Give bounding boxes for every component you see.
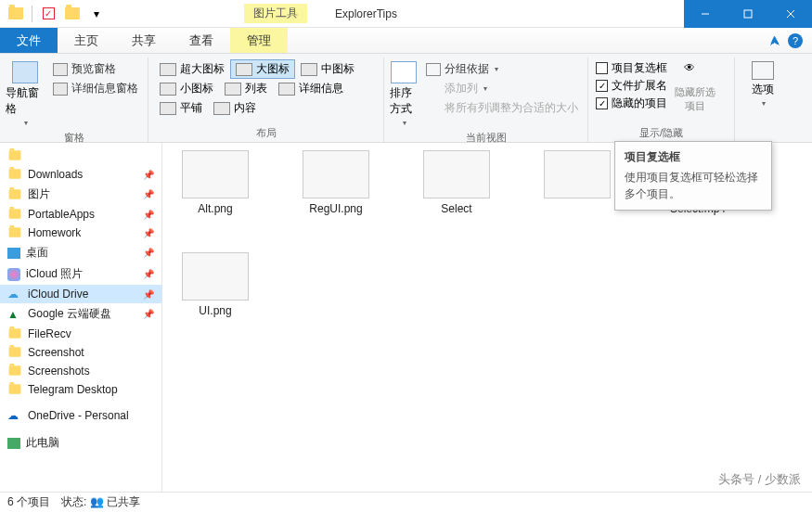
file-item[interactable]: RegUI.png (294, 150, 378, 215)
add-columns-button: 添加列▾ (422, 79, 582, 98)
layout-list[interactable]: 列表 (219, 79, 273, 98)
group-show-hide: 项目复选框 文件扩展名 隐藏的项目 👁 隐藏所选项目 显示/隐藏 (588, 58, 735, 142)
folder-icon (7, 208, 22, 221)
thumbnail (182, 150, 249, 198)
preview-pane-button[interactable]: 预览窗格 (49, 59, 142, 79)
options-button[interactable]: 选项 ▾ (741, 59, 785, 109)
group-panes: 导航窗格 ▾ 预览窗格 详细信息窗格 窗格 (0, 58, 148, 142)
nav-item[interactable]: iCloud 照片📌 (0, 263, 161, 285)
sort-label: 排序方式 (390, 85, 417, 117)
file-item[interactable]: Select (415, 150, 498, 215)
contextual-tab-label: 图片工具 (244, 4, 307, 23)
item-checkboxes-toggle[interactable]: 项目复选框 (594, 59, 669, 77)
qat-dropdown-icon[interactable]: ▾ (86, 4, 107, 24)
layout-content[interactable]: 内容 (208, 98, 262, 118)
tiles-icon (160, 102, 176, 115)
nav-item-this-pc[interactable]: 此电脑 (0, 432, 161, 454)
nav-item[interactable]: FileRecv (0, 325, 161, 343)
details-pane-label: 详细信息窗格 (71, 81, 138, 96)
extra-large-icon (160, 63, 176, 76)
tab-manage[interactable]: 管理 (230, 28, 288, 53)
size-columns-icon (426, 102, 441, 115)
maximize-button[interactable] (727, 0, 769, 28)
nav-item[interactable]: Homework📌 (0, 224, 161, 242)
layout-tiles[interactable]: 平铺 (154, 98, 208, 118)
folder-icon (7, 188, 22, 201)
icloud-drive-icon: ☁ (7, 288, 22, 301)
navigation-pane[interactable]: Downloads📌 图片📌 PortableApps📌 Homework📌 桌… (0, 143, 162, 492)
layout-large[interactable]: 大图标 (230, 59, 295, 79)
chevron-down-icon: ▾ (24, 119, 28, 127)
nav-item[interactable]: Screenshot (0, 343, 161, 362)
nav-pane-button[interactable]: 导航窗格 ▾ (6, 59, 44, 129)
file-item[interactable]: Alt.png (174, 150, 257, 215)
checkbox-icon (596, 80, 608, 92)
ribbon-minimize-icon[interactable]: ⮝ (769, 34, 780, 47)
nav-item[interactable]: Telegram Desktop (0, 380, 161, 399)
size-columns-button: 将所有列调整为合适的大小 (422, 98, 582, 118)
qat-checkbox-icon[interactable] (38, 4, 58, 24)
help-icon[interactable]: ? (788, 33, 803, 48)
layout-medium[interactable]: 中图标 (295, 59, 360, 79)
group-current-view: 排序方式 ▾ 分组依据▾ 添加列▾ 将所有列调整为合适的大小 当前视图 (384, 58, 588, 142)
nav-item[interactable] (0, 147, 161, 165)
nav-item-onedrive[interactable]: ☁OneDrive - Personal (0, 406, 161, 425)
pin-icon: 📌 (143, 248, 154, 258)
svg-rect-1 (744, 10, 752, 18)
file-item[interactable]: UI.png (174, 252, 257, 317)
this-pc-icon (7, 438, 20, 449)
nav-item-selected[interactable]: ☁iCloud Drive📌 (0, 285, 161, 303)
group-layout: 超大图标 大图标 中图标 小图标 列表 详细信息 平铺 内容 布局 (148, 58, 384, 142)
nav-item[interactable]: ▲Google 云端硬盘📌 (0, 303, 161, 325)
folder-icon (7, 383, 22, 396)
minimize-button[interactable] (684, 0, 727, 28)
quick-access-toolbar: ▾ (0, 4, 112, 24)
group-by-icon (426, 63, 441, 76)
file-extensions-toggle[interactable]: 文件扩展名 (594, 77, 669, 95)
titlebar: ▾ 图片工具 ExplorerTips (0, 0, 812, 28)
group-by-button[interactable]: 分组依据▾ (422, 59, 582, 79)
status-state: 状态: 👥 已共享 (61, 494, 140, 510)
small-icon (160, 83, 176, 96)
file-item[interactable] (535, 150, 619, 202)
medium-icon (301, 63, 317, 76)
thumbnail (303, 150, 369, 198)
layout-small[interactable]: 小图标 (154, 79, 219, 98)
layout-details[interactable]: 详细信息 (273, 79, 349, 98)
nav-item[interactable]: PortableApps📌 (0, 205, 161, 224)
ribbon-tabs: 文件 主页 共享 查看 管理 ⮝ ? (0, 28, 812, 54)
tab-file[interactable]: 文件 (0, 28, 58, 53)
checkbox-icon (596, 62, 608, 74)
hidden-items-toggle[interactable]: 隐藏的项目 (594, 95, 669, 112)
tab-view[interactable]: 查看 (173, 28, 230, 53)
folder-icon (7, 327, 22, 340)
sort-button[interactable]: 排序方式 ▾ (390, 59, 417, 129)
preview-pane-label: 预览窗格 (71, 61, 116, 77)
pin-icon: 📌 (143, 289, 154, 300)
layout-extra-large[interactable]: 超大图标 (154, 59, 230, 79)
nav-item[interactable]: Downloads📌 (0, 165, 161, 184)
tab-share[interactable]: 共享 (115, 28, 173, 53)
nav-item[interactable]: Screenshots (0, 362, 161, 380)
folder-icon (7, 168, 22, 181)
tab-home[interactable]: 主页 (58, 28, 115, 53)
hide-selected-button[interactable]: 👁 隐藏所选项目 (675, 59, 715, 115)
pin-icon: 📌 (143, 170, 154, 180)
icloud-photos-icon (7, 268, 20, 281)
status-bar: 6 个项目 状态: 👥 已共享 (0, 492, 812, 512)
thumbnail (423, 150, 490, 198)
pin-icon: 📌 (143, 228, 154, 238)
qat-folder-icon[interactable] (62, 4, 83, 24)
ribbon: 导航窗格 ▾ 预览窗格 详细信息窗格 窗格 超大图标 大图标 中图标 小图标 列… (0, 54, 812, 143)
details-pane-button[interactable]: 详细信息窗格 (49, 79, 142, 98)
pin-icon: 📌 (143, 189, 154, 199)
nav-item[interactable]: 图片📌 (0, 184, 161, 205)
tooltip-title: 项目复选框 (625, 149, 762, 165)
nav-item[interactable]: 桌面📌 (0, 242, 161, 263)
close-button[interactable] (769, 0, 812, 28)
onedrive-icon: ☁ (7, 409, 22, 422)
hide-selected-label: 隐藏所选项目 (675, 85, 715, 113)
details-icon (278, 83, 295, 96)
file-list-area[interactable]: Alt.png RegUI.png Select ▶Select.mp4 UI.… (162, 143, 812, 492)
tooltip: 项目复选框 使用项目复选框可轻松选择多个项目。 (614, 141, 772, 211)
